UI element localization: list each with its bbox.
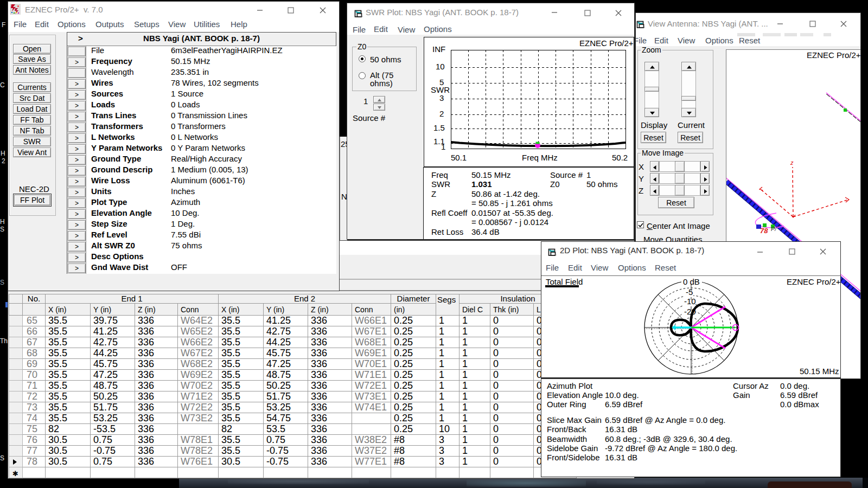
svg-text:P/: P/	[771, 226, 777, 232]
svg-text:78: 78	[760, 227, 768, 235]
svg-text:z: z	[790, 159, 794, 166]
